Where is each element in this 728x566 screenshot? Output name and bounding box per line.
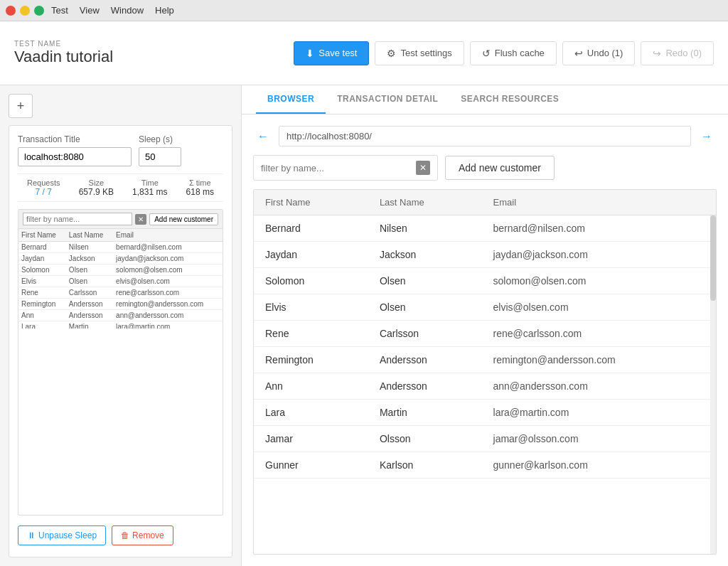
transaction-form-row: Transaction Title Sleep (s) xyxy=(18,134,223,166)
undo-icon: ↩ xyxy=(574,48,583,59)
data-toolbar: ✕ Add new customer xyxy=(253,155,717,181)
mini-col-email: Email xyxy=(113,229,223,242)
sleep-input[interactable] xyxy=(139,147,181,166)
right-panel: Browser Transaction Detail Search Resour… xyxy=(242,85,728,566)
scroll-thumb[interactable] xyxy=(710,215,716,301)
filter-input-wrapper: ✕ xyxy=(253,155,438,181)
menu-help[interactable]: Help xyxy=(155,5,174,16)
filter-clear-button[interactable]: ✕ xyxy=(416,161,430,175)
mini-col-firstname: First Name xyxy=(18,229,66,242)
size-stat: Size 657.9 KB xyxy=(79,178,114,197)
add-transaction-button[interactable]: + xyxy=(9,94,33,118)
col-lastname: Last Name xyxy=(368,190,482,215)
top-bar: TEST NAME Vaadin tutorial ⬇ Save test ⚙ … xyxy=(0,21,728,85)
unpause-sleep-button[interactable]: ⏸ Unpause Sleep xyxy=(18,525,106,545)
col-firstname: First Name xyxy=(254,190,368,215)
table-row[interactable]: LaraMartinlara@martin.com xyxy=(254,400,716,426)
test-settings-button[interactable]: ⚙ Test settings xyxy=(375,41,464,65)
menu-window[interactable]: Window xyxy=(111,5,144,16)
minimize-button[interactable] xyxy=(20,6,30,16)
top-bar-actions: ⬇ Save test ⚙ Test settings ↺ Flush cach… xyxy=(294,41,714,65)
url-input[interactable] xyxy=(279,126,691,146)
mini-filter-input[interactable] xyxy=(23,213,132,225)
mini-table: First Name Last Name Email BernardNilsen… xyxy=(18,229,223,329)
window-controls xyxy=(6,6,44,16)
sleep-label: Sleep (s) xyxy=(139,134,181,144)
table-row[interactable]: RemingtonAnderssonremington@andersson.co… xyxy=(254,347,716,373)
gear-icon: ⚙ xyxy=(387,48,396,59)
undo-button[interactable]: ↩ Undo (1) xyxy=(562,41,636,65)
save-test-button[interactable]: ⬇ Save test xyxy=(294,41,369,65)
table-row[interactable]: ElvisOlsenelvis@olsen.com xyxy=(254,294,716,321)
list-item[interactable]: RemingtonAnderssonremington@andersson.co… xyxy=(18,299,223,310)
menu-bar: Test View Window Help xyxy=(51,5,174,16)
title-bar: Test View Window Help xyxy=(0,0,728,21)
col-email: Email xyxy=(482,190,716,215)
tab-search-resources[interactable]: Search Resources xyxy=(449,85,570,114)
transaction-title-input[interactable] xyxy=(18,147,132,166)
redo-button[interactable]: ↪ Redo (0) xyxy=(641,41,714,65)
tab-browser[interactable]: Browser xyxy=(256,85,326,114)
browser-content: ← → ✕ Add new customer First Name Last N… xyxy=(242,114,728,566)
sleep-group: Sleep (s) xyxy=(139,134,181,166)
filter-input[interactable] xyxy=(261,163,389,173)
app-title: TEST NAME Vaadin tutorial xyxy=(14,40,279,66)
table-row[interactable]: AnnAnderssonann@andersson.com xyxy=(254,373,716,400)
transaction-title-label: Transaction Title xyxy=(18,134,132,144)
list-item[interactable]: BernardNilsenbernard@nilsen.com xyxy=(18,242,223,253)
transaction-card: Transaction Title Sleep (s) Requests 7 /… xyxy=(9,125,232,557)
trash-icon: 🗑 xyxy=(121,530,129,540)
data-table-wrapper: First Name Last Name Email BernardNilsen… xyxy=(253,189,717,555)
table-row[interactable]: JaydanJacksonjaydan@jackson.com xyxy=(254,242,716,268)
maximize-button[interactable] xyxy=(34,6,44,16)
list-item[interactable]: ReneCarlssonrene@carlsson.com xyxy=(18,287,223,299)
transaction-title-group: Transaction Title xyxy=(18,134,132,166)
table-row[interactable]: ReneCarlssonrene@carlsson.com xyxy=(254,321,716,347)
action-btns: ⏸ Unpause Sleep 🗑 Remove xyxy=(18,523,223,548)
mini-browser: ✕ Add new customer First Name Last Name … xyxy=(18,209,223,516)
list-item[interactable]: LaraMartinlara@martin.com xyxy=(18,321,223,329)
mini-add-customer-button[interactable]: Add new customer xyxy=(149,213,218,225)
list-item[interactable]: SolomonOlsensolomon@olsen.com xyxy=(18,265,223,276)
url-bar: ← → xyxy=(253,126,717,146)
requests-stat: Requests 7 / 7 xyxy=(27,178,60,197)
redo-icon: ↪ xyxy=(653,48,661,59)
table-row[interactable]: SolomonOlsensolomon@olsen.com xyxy=(254,268,716,294)
stats-row: Requests 7 / 7 Size 657.9 KB Time 1,831 … xyxy=(18,173,223,202)
forward-button[interactable]: → xyxy=(697,127,717,146)
left-panel: + Transaction Title Sleep (s) Requests 7… xyxy=(0,85,242,566)
table-row[interactable]: GunnerKarlsongunner@karlson.com xyxy=(254,452,716,479)
data-table: First Name Last Name Email BernardNilsen… xyxy=(254,190,716,479)
table-row[interactable]: JamarOlssonjamar@olsson.com xyxy=(254,426,716,452)
mini-col-lastname: Last Name xyxy=(66,229,113,242)
list-item[interactable]: JaydanJacksonjaydan@jackson.com xyxy=(18,253,223,265)
clock-icon: ⏸ xyxy=(27,530,36,540)
remove-button[interactable]: 🗑 Remove xyxy=(112,525,173,545)
main-layout: + Transaction Title Sleep (s) Requests 7… xyxy=(0,85,728,566)
list-item[interactable]: ElvisOlsenelvis@olsen.com xyxy=(18,276,223,287)
flush-cache-button[interactable]: ↺ Flush cache xyxy=(470,41,557,65)
time-stat: Time 1,831 ms xyxy=(132,178,167,197)
flush-icon: ↺ xyxy=(482,48,491,59)
close-button[interactable] xyxy=(6,6,16,16)
test-name-label: TEST NAME xyxy=(14,40,279,48)
mini-toolbar: ✕ Add new customer xyxy=(18,210,223,229)
list-item[interactable]: AnnAnderssonann@andersson.com xyxy=(18,310,223,321)
tab-transaction-detail[interactable]: Transaction Detail xyxy=(326,85,449,114)
table-row[interactable]: BernardNilsenbernard@nilsen.com xyxy=(254,215,716,242)
scroll-track xyxy=(710,215,716,554)
sum-time-stat: Σ time 618 ms xyxy=(186,178,214,197)
save-icon: ⬇ xyxy=(306,48,314,59)
menu-view[interactable]: View xyxy=(80,5,100,16)
tab-bar: Browser Transaction Detail Search Resour… xyxy=(242,85,728,114)
add-customer-button[interactable]: Add new customer xyxy=(445,156,555,180)
back-button[interactable]: ← xyxy=(253,127,273,146)
mini-table-wrapper: First Name Last Name Email BernardNilsen… xyxy=(18,229,223,329)
menu-test[interactable]: Test xyxy=(51,5,68,16)
mini-clear-button[interactable]: ✕ xyxy=(135,214,146,225)
test-name: Vaadin tutorial xyxy=(14,48,279,66)
